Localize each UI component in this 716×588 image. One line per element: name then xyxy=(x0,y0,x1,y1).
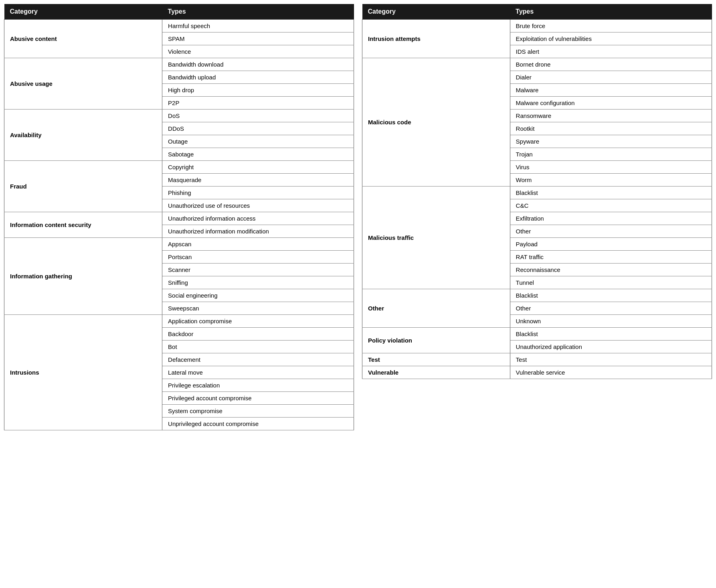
type-cell: Other xyxy=(510,225,712,238)
type-cell: Virus xyxy=(510,161,712,174)
type-cell: Malware configuration xyxy=(510,97,712,109)
type-cell: C&C xyxy=(510,199,712,212)
right-table: CategoryTypesIntrusion attemptsBrute for… xyxy=(362,4,712,379)
column-header: Category xyxy=(4,4,162,20)
table-row: Information gatheringAppscan xyxy=(4,238,354,251)
type-cell: RAT traffic xyxy=(510,251,712,264)
type-cell: Dialer xyxy=(510,71,712,84)
table-row: Policy violationBlacklist xyxy=(362,328,712,341)
type-cell: Bornet drone xyxy=(510,58,712,71)
category-cell: Test xyxy=(362,353,510,366)
type-cell: Bandwidth upload xyxy=(162,71,354,84)
type-cell: Unauthorized information modification xyxy=(162,225,354,238)
type-cell: Worm xyxy=(510,174,712,187)
type-cell: Unauthorized use of resources xyxy=(162,199,354,212)
column-header: Category xyxy=(362,4,510,20)
table-row: OtherBlacklist xyxy=(362,289,712,302)
type-cell: Reconnaissance xyxy=(510,264,712,276)
type-cell: Ransomware xyxy=(510,109,712,122)
type-cell: SPAM xyxy=(162,32,354,45)
category-cell: Information gathering xyxy=(4,238,162,315)
type-cell: Scanner xyxy=(162,264,354,276)
type-cell: Sniffing xyxy=(162,276,354,289)
type-cell: Appscan xyxy=(162,238,354,251)
type-cell: Copyright xyxy=(162,161,354,174)
type-cell: Violence xyxy=(162,45,354,58)
category-cell: Intrusions xyxy=(4,315,162,430)
type-cell: Defacement xyxy=(162,353,354,366)
type-cell: Trojan xyxy=(510,148,712,161)
type-cell: Lateral move xyxy=(162,366,354,379)
type-cell: Outage xyxy=(162,135,354,148)
type-cell: Sabotage xyxy=(162,148,354,161)
table-row: IntrusionsApplication compromise xyxy=(4,315,354,328)
type-cell: Other xyxy=(510,302,712,315)
category-cell: Abusive usage xyxy=(4,58,162,109)
type-cell: Application compromise xyxy=(162,315,354,328)
category-cell: Other xyxy=(362,289,510,328)
category-cell: Availability xyxy=(4,109,162,161)
table-row: Intrusion attemptsBrute force xyxy=(362,20,712,32)
column-header: Types xyxy=(510,4,712,20)
table-row: Abusive usageBandwidth download xyxy=(4,58,354,71)
table-row: FraudCopyright xyxy=(4,161,354,174)
left-table: CategoryTypesAbusive contentHarmful spee… xyxy=(4,4,354,430)
type-cell: Harmful speech xyxy=(162,20,354,32)
type-cell: Exfiltration xyxy=(510,212,712,225)
type-cell: High drop xyxy=(162,84,354,97)
type-cell: Spyware xyxy=(510,135,712,148)
type-cell: System compromise xyxy=(162,405,354,418)
type-cell: Payload xyxy=(510,238,712,251)
type-cell: Bandwidth download xyxy=(162,58,354,71)
type-cell: Vulnerable service xyxy=(510,366,712,379)
type-cell: Sweepscan xyxy=(162,302,354,315)
category-cell: Abusive content xyxy=(4,20,162,58)
type-cell: Unknown xyxy=(510,315,712,328)
type-cell: Unauthorized information access xyxy=(162,212,354,225)
table-row: TestTest xyxy=(362,353,712,366)
type-cell: Unauthorized application xyxy=(510,341,712,353)
type-cell: Privileged account compromise xyxy=(162,392,354,405)
type-cell: Unprivileged account compromise xyxy=(162,418,354,430)
category-cell: Information content security xyxy=(4,212,162,238)
type-cell: Test xyxy=(510,353,712,366)
table-row: VulnerableVulnerable service xyxy=(362,366,712,379)
type-cell: Exploitation of vulnerabilities xyxy=(510,32,712,45)
table-row: Abusive contentHarmful speech xyxy=(4,20,354,32)
type-cell: Blacklist xyxy=(510,187,712,199)
table-row: Malicious codeBornet drone xyxy=(362,58,712,71)
type-cell: Blacklist xyxy=(510,289,712,302)
type-cell: Phishing xyxy=(162,187,354,199)
type-cell: Masquerade xyxy=(162,174,354,187)
type-cell: Rootkit xyxy=(510,122,712,135)
column-header: Types xyxy=(162,4,354,20)
type-cell: Bot xyxy=(162,341,354,353)
category-cell: Intrusion attempts xyxy=(362,20,510,58)
tables-wrapper: CategoryTypesAbusive contentHarmful spee… xyxy=(4,4,712,430)
type-cell: Brute force xyxy=(510,20,712,32)
type-cell: DDoS xyxy=(162,122,354,135)
category-cell: Fraud xyxy=(4,161,162,212)
type-cell: IDS alert xyxy=(510,45,712,58)
table-row: Information content securityUnauthorized… xyxy=(4,212,354,225)
type-cell: Backdoor xyxy=(162,328,354,341)
type-cell: Malware xyxy=(510,84,712,97)
type-cell: Social engineering xyxy=(162,289,354,302)
type-cell: Privilege escalation xyxy=(162,379,354,392)
type-cell: Blacklist xyxy=(510,328,712,341)
type-cell: DoS xyxy=(162,109,354,122)
type-cell: Tunnel xyxy=(510,276,712,289)
category-cell: Malicious traffic xyxy=(362,187,510,289)
category-cell: Malicious code xyxy=(362,58,510,187)
table-row: Malicious trafficBlacklist xyxy=(362,187,712,199)
category-cell: Vulnerable xyxy=(362,366,510,379)
type-cell: P2P xyxy=(162,97,354,109)
table-row: AvailabilityDoS xyxy=(4,109,354,122)
type-cell: Portscan xyxy=(162,251,354,264)
category-cell: Policy violation xyxy=(362,328,510,353)
